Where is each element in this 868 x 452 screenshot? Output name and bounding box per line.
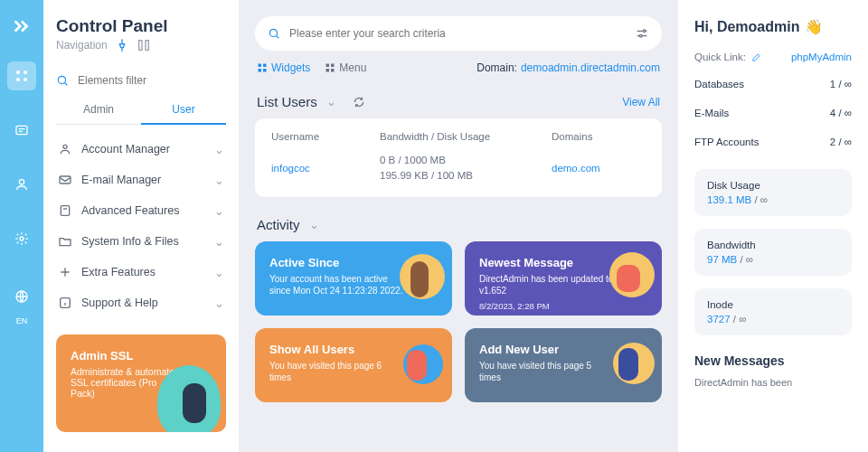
stat-emails: E-Mails4 / ∞: [694, 99, 852, 127]
svg-point-16: [643, 30, 646, 33]
main-content: Widgets Menu Domain:demoadmin.directadmi…: [239, 0, 678, 452]
table-header: Username Bandwidth / Disk Usage Domains: [271, 131, 646, 142]
svg-rect-19: [263, 64, 267, 68]
search-bar[interactable]: [255, 16, 662, 51]
menu-email[interactable]: E-mail Manager⌄: [56, 165, 226, 195]
mail-icon: [58, 173, 72, 187]
svg-rect-22: [326, 64, 330, 68]
table-row[interactable]: infogcoc 0 B / 1000 MB195.99 KB / 100 MB…: [271, 153, 646, 184]
card-illustration: [599, 249, 655, 305]
sidebar-tabs: Admin User: [56, 96, 226, 125]
card-active-since[interactable]: Active Since Your account has been activ…: [255, 241, 452, 315]
grid-icon: [325, 62, 335, 73]
nav-rail: EN: [0, 0, 43, 452]
sidebar-menu: Account Manager⌄ E-mail Manager⌄ Advance…: [56, 134, 226, 318]
card-newest-message[interactable]: Newest Message DirectAdmin has been upda…: [465, 241, 662, 315]
card-illustration: [599, 335, 655, 391]
svg-rect-13: [61, 206, 69, 216]
chevron-down-icon[interactable]: ⌄: [326, 95, 336, 108]
search-input[interactable]: [289, 27, 626, 40]
toolbar: Widgets Menu Domain:demoadmin.directadmi…: [257, 61, 660, 74]
greeting: Hi, Demoadmin👋: [694, 18, 852, 35]
new-messages-preview[interactable]: DirectAdmin has been: [694, 377, 852, 388]
svg-point-10: [58, 76, 65, 83]
wave-icon: 👋: [805, 18, 823, 35]
view-all-link[interactable]: View All: [622, 96, 660, 108]
svg-point-2: [16, 78, 20, 81]
domain-link[interactable]: demo.com: [552, 163, 646, 174]
menu-support[interactable]: Support & Help⌄: [56, 287, 226, 318]
svg-point-1: [24, 71, 27, 74]
menu-account[interactable]: Account Manager⌄: [56, 134, 226, 165]
svg-rect-4: [16, 126, 27, 134]
search-icon: [56, 74, 69, 87]
users-table: Username Bandwidth / Disk Usage Domains …: [255, 118, 662, 197]
elements-filter[interactable]: [56, 74, 226, 87]
menu-extra[interactable]: Extra Features⌄: [56, 257, 226, 287]
svg-rect-24: [326, 69, 330, 72]
list-users-header: List Users ⌄ View All: [257, 94, 660, 109]
chevron-down-icon: ⌄: [214, 143, 224, 156]
usage-inode: Inode 3727 / ∞: [694, 288, 852, 335]
chevron-down-icon: ⌄: [214, 297, 224, 310]
svg-point-6: [20, 237, 24, 240]
filter-input[interactable]: [78, 74, 226, 87]
usage-disk: Disk Usage 139.1 MB / ∞: [694, 169, 852, 216]
app-logo: [12, 16, 32, 36]
chevron-down-icon: ⌄: [214, 204, 224, 218]
user-icon: [58, 142, 72, 156]
svg-rect-9: [146, 41, 148, 51]
tab-user[interactable]: User: [141, 96, 226, 125]
layers-icon: [58, 203, 72, 218]
rail-language[interactable]: [7, 282, 36, 311]
folder-icon: [58, 234, 72, 249]
svg-point-5: [19, 180, 24, 184]
right-panel: Hi, Demoadmin👋 Quick Link: phpMyAdmin Da…: [678, 0, 868, 452]
quick-link-row: Quick Link: phpMyAdmin: [694, 52, 852, 62]
svg-point-15: [269, 29, 277, 36]
rail-settings[interactable]: [7, 224, 36, 253]
svg-rect-20: [259, 69, 262, 72]
card-add-new-user[interactable]: Add New User You have visited this page …: [465, 328, 662, 402]
edit-icon[interactable]: [751, 52, 761, 62]
rail-messages[interactable]: [7, 116, 36, 145]
grid-icon: [257, 62, 268, 73]
page-title: Control Panel: [56, 16, 226, 36]
menu-system[interactable]: System Info & Files⌄: [56, 226, 226, 257]
svg-rect-23: [331, 64, 335, 68]
svg-point-3: [24, 78, 27, 81]
svg-rect-18: [259, 64, 262, 68]
pin-icon[interactable]: [115, 38, 129, 52]
tab-admin[interactable]: Admin: [56, 96, 141, 124]
widgets-link[interactable]: Widgets: [257, 61, 310, 74]
svg-rect-8: [138, 41, 141, 51]
svg-point-17: [639, 34, 642, 37]
nav-subtitle: Navigation: [56, 38, 226, 52]
plus-icon: [58, 265, 72, 279]
svg-point-11: [63, 145, 67, 148]
section-title: Activity: [257, 217, 300, 232]
activity-cards: Active Since Your account has been activ…: [255, 241, 662, 402]
domain-link[interactable]: demoadmin.directadmin.com: [521, 61, 660, 74]
columns-icon[interactable]: [137, 38, 151, 52]
chevron-down-icon: ⌄: [214, 235, 224, 249]
svg-point-0: [16, 71, 20, 74]
menu-advanced[interactable]: Advanced Features⌄: [56, 195, 226, 226]
rail-user[interactable]: [7, 170, 36, 199]
refresh-icon[interactable]: [353, 96, 365, 108]
sidebar: Control Panel Navigation Admin User Acco…: [43, 0, 239, 452]
activity-header: Activity ⌄: [257, 217, 660, 232]
svg-rect-12: [60, 176, 71, 184]
promo-admin-ssl[interactable]: Admin SSL Administrate & automate SSL ce…: [56, 334, 226, 432]
username-link[interactable]: infogcoc: [271, 163, 380, 174]
card-show-all-users[interactable]: Show All Users You have visited this pag…: [255, 328, 452, 402]
sliders-icon[interactable]: [635, 26, 649, 41]
chevron-down-icon[interactable]: ⌄: [309, 218, 319, 231]
svg-rect-21: [263, 69, 267, 72]
rail-dashboard[interactable]: [7, 61, 36, 90]
menu-link[interactable]: Menu: [325, 61, 366, 74]
stat-ftp: FTP Accounts2 / ∞: [694, 127, 852, 156]
info-icon: [58, 296, 72, 310]
svg-rect-25: [331, 69, 335, 72]
quick-link-phpmyadmin[interactable]: phpMyAdmin: [791, 52, 852, 62]
